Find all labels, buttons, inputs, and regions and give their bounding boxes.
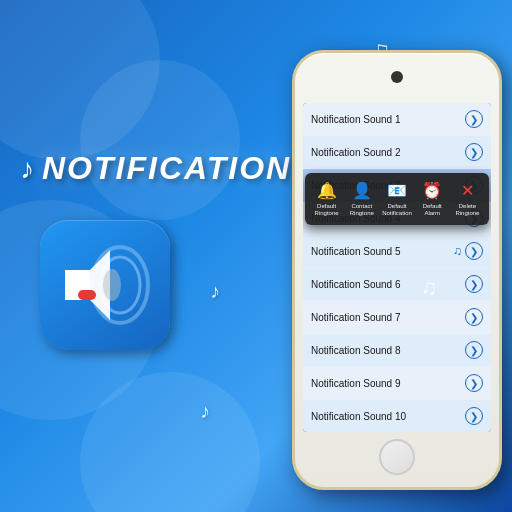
contact-icon: 👤: [352, 181, 372, 200]
svg-point-5: [103, 269, 121, 301]
phone-wrapper: 🔔 DefaultRingtone 👤 ContactRingtone 📧 De…: [292, 50, 502, 490]
notification-label: DefaultNotification: [382, 203, 412, 217]
sound-label-7: Notification Sound 7: [311, 312, 401, 323]
sound-label-8: Notification Sound 8: [311, 345, 401, 356]
sound-item-6[interactable]: Notification Sound 6 ❯: [303, 268, 491, 301]
sound-item-10[interactable]: Notification Sound 10 ❯: [303, 400, 491, 432]
app-title: NOTIFICATION: [42, 150, 291, 187]
sound-label-10: Notification Sound 10: [311, 411, 406, 422]
arrow-5[interactable]: ❯: [465, 242, 483, 260]
phone-camera: [391, 71, 403, 83]
music-note-mid: ♪: [210, 280, 220, 303]
delete-label: DeleteRingtone: [455, 203, 479, 217]
arrow-8[interactable]: ❯: [465, 341, 483, 359]
bg-decoration-2: [80, 60, 240, 220]
arrow-10[interactable]: ❯: [465, 407, 483, 425]
title-area: ♪ NOTIFICATION: [20, 150, 291, 187]
sound-list: Notification Sound 1 ❯ Notification Soun…: [303, 103, 491, 432]
speaker-container: [40, 220, 170, 350]
svg-rect-4: [78, 290, 96, 300]
speaker-svg: [55, 235, 155, 335]
sound-label-5: Notification Sound 5: [311, 246, 401, 257]
speaker-icon: [40, 220, 170, 350]
music-note-bottom: ♪: [200, 400, 210, 423]
sound-item-8[interactable]: Notification Sound 8 ❯: [303, 334, 491, 367]
arrow-6[interactable]: ❯: [465, 275, 483, 293]
arrow-9[interactable]: ❯: [465, 374, 483, 392]
sound-item-9[interactable]: Notification Sound 9 ❯: [303, 367, 491, 400]
context-menu[interactable]: 🔔 DefaultRingtone 👤 ContactRingtone 📧 De…: [305, 173, 489, 225]
notification-icon: 📧: [387, 181, 407, 200]
alarm-icon: ⏰: [422, 181, 442, 200]
context-default-ringtone[interactable]: 🔔 DefaultRingtone: [309, 181, 344, 217]
sound-label-9: Notification Sound 9: [311, 378, 401, 389]
sound-item-1[interactable]: Notification Sound 1 ❯: [303, 103, 491, 136]
sound-item-7[interactable]: Notification Sound 7 ❯: [303, 301, 491, 334]
sound-item-2[interactable]: Notification Sound 2 ❯: [303, 136, 491, 169]
phone-home-button[interactable]: [379, 439, 415, 475]
arrow-2[interactable]: ❯: [465, 143, 483, 161]
phone-screen: 🔔 DefaultRingtone 👤 ContactRingtone 📧 De…: [303, 103, 491, 432]
sound-item-5[interactable]: Notification Sound 5 ♫ ❯: [303, 235, 491, 268]
phone-body: 🔔 DefaultRingtone 👤 ContactRingtone 📧 De…: [292, 50, 502, 490]
context-default-notification[interactable]: 📧 DefaultNotification: [379, 181, 414, 217]
sound-label-2: Notification Sound 2: [311, 147, 401, 158]
context-contact-ringtone[interactable]: 👤 ContactRingtone: [344, 181, 379, 217]
ringtone-label: DefaultRingtone: [315, 203, 339, 217]
arrow-7[interactable]: ❯: [465, 308, 483, 326]
ringtone-icon: 🔔: [317, 181, 337, 200]
music-note-phone: ♫: [421, 275, 438, 301]
title-music-icon: ♪: [20, 153, 34, 185]
sound-label-6: Notification Sound 6: [311, 279, 401, 290]
context-default-alarm[interactable]: ⏰ DefaultAlarm: [415, 181, 450, 217]
context-delete[interactable]: ✕ DeleteRingtone: [450, 181, 485, 217]
alarm-label: DefaultAlarm: [423, 203, 442, 217]
sound-label-1: Notification Sound 1: [311, 114, 401, 125]
arrow-1[interactable]: ❯: [465, 110, 483, 128]
delete-icon: ✕: [461, 181, 474, 200]
contact-label: ContactRingtone: [350, 203, 374, 217]
